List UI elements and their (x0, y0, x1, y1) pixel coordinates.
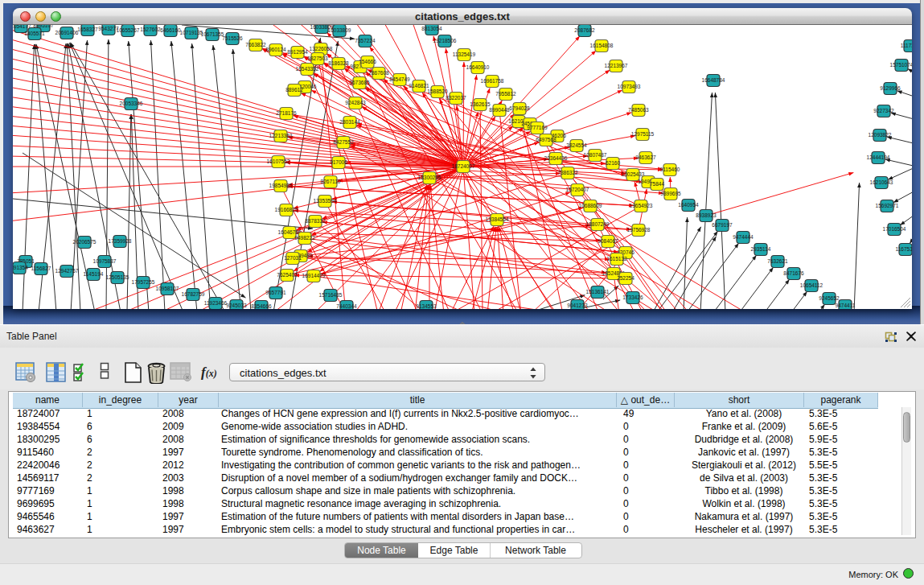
svg-text:1640954: 1640954 (678, 202, 699, 208)
svg-text:9777169: 9777169 (527, 125, 548, 130)
svg-text:12505135: 12505135 (106, 274, 129, 280)
svg-text:15136141: 15136141 (586, 289, 610, 295)
svg-text:10719135: 10719135 (180, 30, 203, 35)
svg-text:12213363: 12213363 (269, 133, 293, 138)
svg-text:8267110: 8267110 (321, 179, 341, 184)
svg-text:19384554: 19384554 (486, 216, 509, 222)
svg-text:12444194: 12444194 (867, 154, 890, 160)
svg-text:127031: 127031 (284, 255, 302, 261)
svg-text:15751074: 15751074 (890, 62, 912, 68)
svg-text:10975887: 10975887 (93, 258, 117, 264)
svg-text:1362615: 1362615 (470, 101, 491, 107)
svg-text:2718176: 2718176 (276, 110, 297, 116)
svg-text:7663822: 7663822 (245, 42, 266, 47)
svg-text:10958107: 10958107 (156, 286, 179, 291)
svg-text:9657791: 9657791 (265, 290, 286, 295)
svg-text:7485063: 7485063 (628, 107, 649, 113)
svg-text:12093822: 12093822 (869, 132, 892, 138)
svg-text:16154808: 16154808 (590, 43, 614, 48)
svg-text:16640910: 16640910 (466, 64, 490, 70)
svg-text:2087682: 2087682 (574, 27, 595, 33)
svg-text:7357224: 7357224 (355, 38, 376, 43)
svg-text:917006: 917006 (330, 159, 347, 165)
svg-text:7955812: 7955812 (495, 91, 516, 97)
svg-text:8813054: 8813054 (421, 26, 442, 31)
svg-text:9245652: 9245652 (819, 295, 840, 301)
svg-text:3824554: 3824554 (566, 142, 587, 148)
svg-text:17359928: 17359928 (109, 238, 132, 244)
svg-text:10655267: 10655267 (117, 27, 140, 33)
svg-text:6794028: 6794028 (509, 105, 530, 111)
svg-text:1588520: 1588520 (427, 89, 448, 94)
svg-text:10025433: 10025433 (622, 171, 645, 177)
svg-text:9463627: 9463627 (635, 154, 656, 160)
svg-text:9899695: 9899695 (660, 191, 681, 196)
svg-text:16914479: 16914479 (302, 273, 326, 278)
svg-text:1405571: 1405571 (24, 31, 45, 36)
svg-text:17957255: 17957255 (132, 279, 155, 285)
svg-text:12213967: 12213967 (605, 63, 628, 68)
svg-text:8878332: 8878332 (305, 218, 326, 224)
svg-text:10807487: 10807487 (584, 152, 607, 158)
svg-text:16046786: 16046786 (278, 229, 302, 235)
svg-text:6497568: 6497568 (536, 137, 556, 142)
svg-text:18807249: 18807249 (586, 221, 610, 227)
svg-text:1615132: 1615132 (606, 256, 627, 262)
svg-text:7625402: 7625402 (277, 272, 298, 278)
svg-text:391354: 391354 (13, 265, 28, 270)
svg-text:252254: 252254 (617, 275, 634, 281)
svg-text:7632621: 7632621 (767, 258, 788, 264)
svg-text:15716485: 15716485 (319, 292, 343, 298)
svg-text:8912954: 8912954 (287, 49, 308, 55)
svg-text:16033809: 16033809 (328, 27, 351, 33)
svg-text:16782759: 16782759 (182, 291, 205, 297)
svg-text:2803144: 2803144 (339, 119, 360, 125)
svg-text:2867608: 2867608 (368, 70, 389, 76)
svg-text:62160: 62160 (606, 160, 620, 166)
svg-text:16648784: 16648784 (702, 77, 725, 83)
svg-text:2935114: 2935114 (751, 246, 771, 252)
svg-text:19756928: 19756928 (627, 227, 651, 233)
svg-text:13226058: 13226058 (310, 46, 333, 51)
svg-text:18300295: 18300295 (418, 175, 441, 180)
svg-text:1733426: 1733426 (622, 295, 643, 300)
svg-text:10654112: 10654112 (800, 282, 823, 288)
svg-text:20691406: 20691406 (55, 30, 79, 35)
svg-text:7386322: 7386322 (557, 170, 578, 175)
svg-text:8454749: 8454749 (389, 76, 410, 82)
svg-text:6466160: 6466160 (160, 27, 181, 33)
svg-text:9474444: 9474444 (733, 234, 754, 240)
svg-text:16961758: 16961758 (481, 78, 504, 84)
svg-text:8938923: 8938923 (696, 212, 717, 218)
svg-text:9115460: 9115460 (660, 167, 680, 172)
svg-text:10973493: 10973493 (618, 84, 641, 89)
svg-text:15720407: 15720407 (566, 187, 589, 192)
svg-text:19854985: 19854985 (269, 183, 293, 188)
svg-text:20364436: 20364436 (544, 155, 568, 161)
svg-text:17016504: 17016504 (883, 226, 906, 232)
svg-text:16107552: 16107552 (267, 159, 290, 164)
svg-text:9146821: 9146821 (409, 83, 429, 89)
svg-text:1117335: 1117335 (901, 43, 912, 48)
svg-text:16210643: 16210643 (870, 179, 893, 185)
svg-text:20053346: 20053346 (120, 101, 143, 106)
svg-text:11325419: 11325419 (453, 51, 476, 57)
svg-text:8427552: 8427552 (333, 139, 354, 145)
svg-text:8322037: 8322037 (446, 95, 466, 101)
svg-text:9498222: 9498222 (294, 235, 315, 241)
svg-text:1167533: 1167533 (896, 246, 912, 252)
svg-text:1527602: 1527602 (140, 27, 161, 32)
svg-text:18724007: 18724007 (452, 163, 475, 169)
svg-text:19166825: 19166825 (275, 207, 298, 212)
svg-text:1658327: 1658327 (77, 27, 98, 32)
svg-text:7515526: 7515526 (222, 35, 243, 41)
svg-text:10688609: 10688609 (579, 203, 602, 208)
svg-text:10671355: 10671355 (201, 31, 224, 37)
svg-text:19218506: 19218506 (433, 38, 457, 43)
svg-text:16543352: 16543352 (296, 66, 319, 72)
svg-text:154666: 154666 (359, 59, 376, 64)
svg-text:15692971: 15692971 (876, 203, 899, 208)
svg-text:3673685: 3673685 (349, 80, 370, 85)
svg-text:7440344: 7440344 (336, 303, 357, 309)
svg-text:13353594: 13353594 (314, 198, 337, 204)
